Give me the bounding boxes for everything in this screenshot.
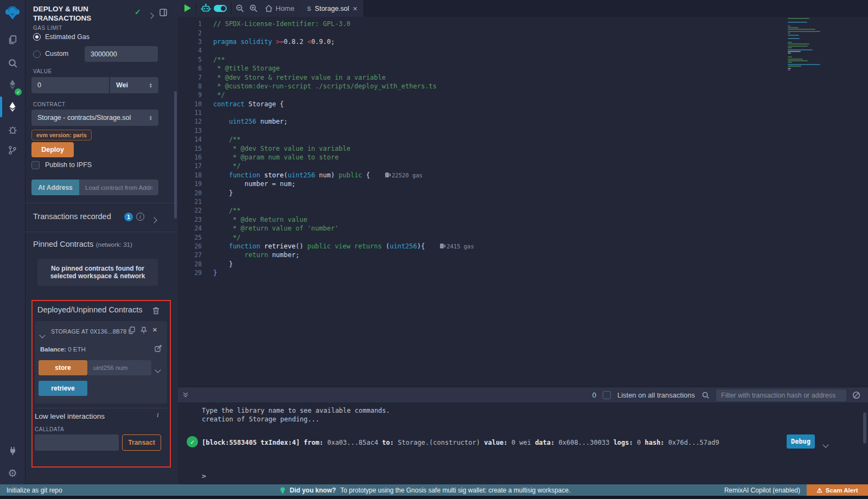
line-number: 15 <box>178 145 202 152</box>
listen-all-label: Listen on all transactions <box>617 391 695 399</box>
low-level-info-icon[interactable]: i <box>157 411 159 419</box>
terminal-filter-input[interactable]: Filter with transaction hash or address <box>716 389 846 401</box>
store-function-button[interactable]: store <box>39 360 87 375</box>
code-line[interactable]: 7 * @dev Store & retrieve value in a var… <box>178 73 868 81</box>
code-line[interactable]: 18 function store(uint256 num) public {2… <box>178 171 868 180</box>
value-input[interactable]: 0 <box>31 77 109 93</box>
copilot-toggle[interactable] <box>214 5 227 12</box>
edit-balance-icon[interactable] <box>155 345 162 352</box>
debugger-icon[interactable] <box>0 120 25 139</box>
panel-pin-layout-icon[interactable] <box>159 9 167 16</box>
listen-all-checkbox[interactable] <box>603 391 611 399</box>
line-number: 13 <box>178 127 202 135</box>
settings-gear-icon[interactable] <box>0 463 25 483</box>
git-init-button[interactable]: Initialize as git repo <box>7 487 62 494</box>
code-line[interactable]: 26 function retrieve() public view retur… <box>178 242 868 251</box>
retrieve-function-button[interactable]: retrieve <box>39 381 87 396</box>
code-line[interactable]: 10contract Storage { <box>178 100 868 108</box>
code-line[interactable]: 15 * @dev Store value in variable <box>178 144 868 152</box>
code-line[interactable]: 9 */ <box>178 91 868 99</box>
code-line[interactable]: 3pragma solidity >=0.8.2 <0.9.0; <box>178 37 868 46</box>
contract-select[interactable]: Storage - contracts/Storage.sol <box>31 110 158 126</box>
transact-button[interactable]: Transact <box>122 434 161 451</box>
terminal[interactable]: Type the library name to see available c… <box>178 402 868 484</box>
at-address-input[interactable]: Load contract from Addre <box>79 180 158 195</box>
contract-collapse-icon[interactable] <box>40 330 44 340</box>
copilot-status[interactable]: RemixAI Copilot (enabled) <box>724 487 800 494</box>
code-line[interactable]: 24 * @return value of 'number' <box>178 224 868 233</box>
panel-scrollbar[interactable] <box>174 91 177 219</box>
debug-button[interactable]: Debug <box>787 434 815 449</box>
code-line[interactable]: 8 * @custom:dev-run-script ./scripts/dep… <box>178 82 868 91</box>
code-line[interactable]: 14 /** <box>178 135 868 144</box>
estimated-gas-radio[interactable] <box>33 33 41 41</box>
code-line[interactable]: 16 * @param num value to store <box>178 153 868 162</box>
code-editor[interactable]: 1// SPDX-License-Identifier: GPL-3.023pr… <box>178 17 868 387</box>
store-expand-icon[interactable] <box>156 364 160 374</box>
calldata-input[interactable] <box>35 434 119 451</box>
zoom-out-icon[interactable] <box>235 4 245 13</box>
at-address-button[interactable]: At Address <box>31 180 79 195</box>
code-line[interactable]: 22 /** <box>178 206 868 215</box>
code-line[interactable]: 28 } <box>178 260 868 268</box>
code-line[interactable]: 4 <box>178 46 868 55</box>
ai-copilot-robot-icon[interactable] <box>201 3 211 14</box>
store-args-input[interactable]: uint256 num <box>87 360 151 375</box>
panel-title: DEPLOY & RUN TRANSACTIONS <box>33 4 91 23</box>
plugin-manager-icon[interactable] <box>0 441 25 460</box>
panel-expand-icon[interactable] <box>149 10 153 20</box>
toolbar-separator <box>196 2 196 15</box>
home-icon[interactable] <box>265 4 273 12</box>
file-explorer-icon[interactable] <box>0 30 25 49</box>
deploy-button[interactable]: Deploy <box>31 142 74 157</box>
code-line[interactable]: 17 */ <box>178 162 868 170</box>
code-line[interactable]: 19 number = num; <box>178 180 868 188</box>
code-line[interactable]: 11 <box>178 108 868 117</box>
custom-gas-radio[interactable] <box>33 50 41 58</box>
gas-estimate-annotation: 2415 gas <box>440 243 474 250</box>
custom-gas-input[interactable]: 3000000 <box>85 46 158 62</box>
remix-logo-icon[interactable] <box>0 3 25 22</box>
transactions-expand-icon[interactable] <box>152 215 156 225</box>
home-tab-label[interactable]: Home <box>276 4 295 12</box>
deploy-run-icon[interactable] <box>0 97 25 117</box>
code-line[interactable]: 29} <box>178 268 868 277</box>
code-line[interactable]: 1// SPDX-License-Identifier: GPL-3.0 <box>178 20 868 28</box>
scam-alert-button[interactable]: Scam Alert <box>807 484 868 496</box>
tab-storage-sol[interactable]: S Storage.sol <box>301 0 364 17</box>
search-icon[interactable] <box>0 53 25 73</box>
clear-console-icon[interactable] <box>852 391 860 399</box>
code-line[interactable]: 5/** <box>178 55 868 64</box>
deployed-contract-card: STORAGE AT 0X136...8B78 Balance: 0 ETH s… <box>35 321 167 404</box>
code-line[interactable]: 27 return number; <box>178 251 868 259</box>
code-line[interactable]: 6 * @title Storage <box>178 64 868 73</box>
code-line[interactable]: 12 uint256 number; <box>178 117 868 126</box>
code-line[interactable]: 13 <box>178 126 868 135</box>
tx-success-icon <box>187 436 198 447</box>
calldata-label: CALLDATA <box>35 426 64 432</box>
terminal-collapse-icon[interactable] <box>184 391 187 396</box>
code-line[interactable]: 20 } <box>178 188 868 197</box>
remove-contract-icon[interactable] <box>152 325 157 334</box>
value-unit-select[interactable]: Wei <box>110 77 158 93</box>
editor-minimap[interactable] <box>788 18 822 71</box>
publish-ipfs-checkbox[interactable] <box>31 161 40 169</box>
code-line[interactable]: 23 * @dev Return value <box>178 215 868 224</box>
solidity-compiler-icon[interactable] <box>0 75 25 94</box>
terminal-scrollbar[interactable] <box>863 412 866 444</box>
tx-expand-icon[interactable] <box>824 439 828 449</box>
select-arrows-icon <box>149 115 152 120</box>
transaction-log-line[interactable]: [block:5583405 txIndex:4] from: 0xa03...… <box>202 439 719 446</box>
trash-icon[interactable] <box>152 307 159 315</box>
transactions-info-icon[interactable]: i <box>136 213 144 221</box>
code-line[interactable]: 2 <box>178 28 868 37</box>
zoom-in-icon[interactable] <box>249 4 258 13</box>
git-icon[interactable] <box>0 140 25 160</box>
code-line[interactable]: 25 */ <box>178 233 868 241</box>
minimap-line <box>788 33 790 34</box>
pin-contract-icon[interactable] <box>141 327 147 334</box>
run-script-icon[interactable] <box>184 4 191 12</box>
tab-close-icon[interactable] <box>353 4 358 13</box>
code-line[interactable]: 21 <box>178 197 868 206</box>
copy-address-icon[interactable] <box>128 327 135 334</box>
